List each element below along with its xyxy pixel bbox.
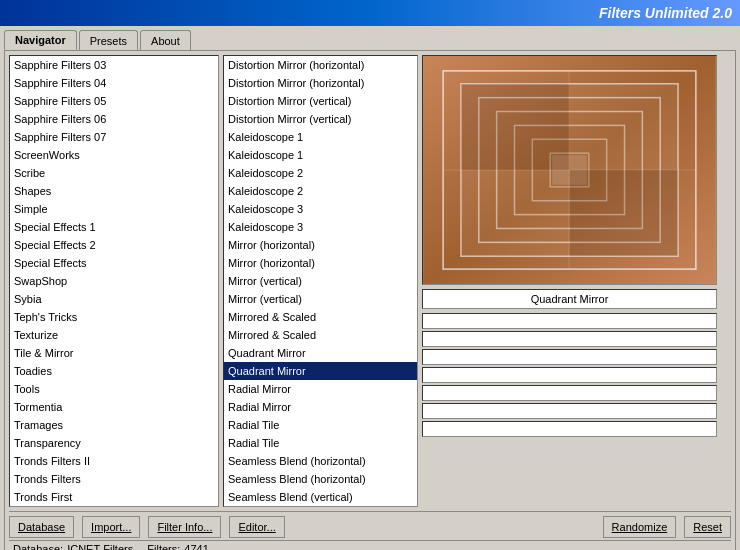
tab-navigator[interactable]: Navigator	[4, 30, 77, 50]
left-list-item[interactable]: Tormentia	[10, 398, 218, 416]
svg-rect-13	[570, 84, 678, 170]
import-button[interactable]: Import...	[82, 516, 140, 538]
middle-list-item[interactable]: Radial Tile	[224, 434, 417, 452]
filters-label: Filters:	[147, 543, 180, 550]
middle-list-item[interactable]: Distortion Mirror (horizontal)	[224, 74, 417, 92]
middle-list-item[interactable]: Kaleidoscope 1	[224, 128, 417, 146]
middle-list-item[interactable]: Distortion Mirror (horizontal)	[224, 56, 417, 74]
middle-list-item[interactable]: Seamless Blend (horizontal)	[224, 470, 417, 488]
svg-rect-14	[461, 170, 569, 256]
preview-field-3	[422, 349, 717, 365]
left-list-item[interactable]: Transparency	[10, 434, 218, 452]
db-value: ICNET-Filters	[67, 543, 133, 550]
middle-list-item[interactable]: Radial Mirror	[224, 380, 417, 398]
left-list-item[interactable]: Special Effects	[10, 254, 218, 272]
preview-field-6	[422, 403, 717, 419]
preview-field-5	[422, 385, 717, 401]
middle-list-item[interactable]: Radial Tile	[224, 416, 417, 434]
middle-list-item[interactable]: Mirror (vertical)	[224, 290, 417, 308]
middle-list[interactable]: Distortion Mirror (horizontal)Distortion…	[224, 56, 417, 506]
filters-value: 4741	[184, 543, 208, 550]
middle-list-item[interactable]: Radial Mirror	[224, 398, 417, 416]
preview-field-2	[422, 331, 717, 347]
left-list-item[interactable]: Texturize	[10, 326, 218, 344]
left-list-item[interactable]: Special Effects 1	[10, 218, 218, 236]
app-title: Filters Unlimited 2.0	[599, 5, 732, 21]
left-list-item[interactable]: Scribe	[10, 164, 218, 182]
middle-list-item[interactable]: Mirrored & Scaled	[224, 308, 417, 326]
preview-field-4	[422, 367, 717, 383]
left-list-item[interactable]: Shapes	[10, 182, 218, 200]
left-list-item[interactable]: ScreenWorks	[10, 146, 218, 164]
middle-list-item[interactable]: Mirrored & Scaled	[224, 326, 417, 344]
left-list-item[interactable]: Sapphire Filters 07	[10, 128, 218, 146]
svg-rect-11	[461, 84, 569, 170]
svg-rect-12	[570, 170, 678, 256]
left-list-item[interactable]: Sapphire Filters 04	[10, 74, 218, 92]
reset-button[interactable]: Reset	[684, 516, 731, 538]
filter-info-button[interactable]: Filter Info...	[148, 516, 221, 538]
left-list-item[interactable]: Tronds Filters	[10, 470, 218, 488]
left-list-item[interactable]: Tile & Mirror	[10, 344, 218, 362]
middle-list-item[interactable]: Kaleidoscope 3	[224, 200, 417, 218]
left-list-item[interactable]: Special Effects 2	[10, 236, 218, 254]
left-list-item[interactable]: Simple	[10, 200, 218, 218]
middle-list-item[interactable]: Mirror (horizontal)	[224, 236, 417, 254]
middle-list-item[interactable]: Seamless Blend (vertical)	[224, 488, 417, 506]
database-button[interactable]: Database	[9, 516, 74, 538]
middle-list-item[interactable]: Quadrant Mirror	[224, 344, 417, 362]
left-list-item[interactable]: Tronds Filters II	[10, 452, 218, 470]
db-label: Database:	[13, 543, 63, 550]
preview-image	[422, 55, 717, 285]
left-list-item[interactable]: Sapphire Filters 05	[10, 92, 218, 110]
tab-presets[interactable]: Presets	[79, 30, 138, 50]
preview-field-7	[422, 421, 717, 437]
left-list-item[interactable]: Toadies	[10, 362, 218, 380]
middle-list-item[interactable]: Seamless Blend (horizontal)	[224, 452, 417, 470]
middle-list-item[interactable]: Distortion Mirror (vertical)	[224, 110, 417, 128]
middle-list-item[interactable]: Kaleidoscope 3	[224, 218, 417, 236]
preview-label: Quadrant Mirror	[422, 289, 717, 309]
left-list[interactable]: Sapphire Filters 03Sapphire Filters 04Sa…	[10, 56, 218, 506]
preview-field-1	[422, 313, 717, 329]
middle-list-item[interactable]: Kaleidoscope 2	[224, 182, 417, 200]
left-list-item[interactable]: Tronds First	[10, 488, 218, 506]
middle-list-item[interactable]: Mirror (horizontal)	[224, 254, 417, 272]
left-list-item[interactable]: Tools	[10, 380, 218, 398]
randomize-button[interactable]: Randomize	[603, 516, 677, 538]
middle-list-item[interactable]: Distortion Mirror (vertical)	[224, 92, 417, 110]
left-list-item[interactable]: Teph's Tricks	[10, 308, 218, 326]
middle-list-item[interactable]: Quadrant Mirror	[224, 362, 417, 380]
left-list-item[interactable]: Sybia	[10, 290, 218, 308]
middle-list-item[interactable]: Kaleidoscope 2	[224, 164, 417, 182]
middle-list-item[interactable]: Kaleidoscope 1	[224, 146, 417, 164]
left-list-item[interactable]: Sapphire Filters 03	[10, 56, 218, 74]
middle-list-item[interactable]: Mirror (vertical)	[224, 272, 417, 290]
left-list-item[interactable]: Tramages	[10, 416, 218, 434]
left-list-item[interactable]: Sapphire Filters 06	[10, 110, 218, 128]
left-list-item[interactable]: SwapShop	[10, 272, 218, 290]
tab-about[interactable]: About	[140, 30, 191, 50]
editor-button[interactable]: Editor...	[229, 516, 284, 538]
